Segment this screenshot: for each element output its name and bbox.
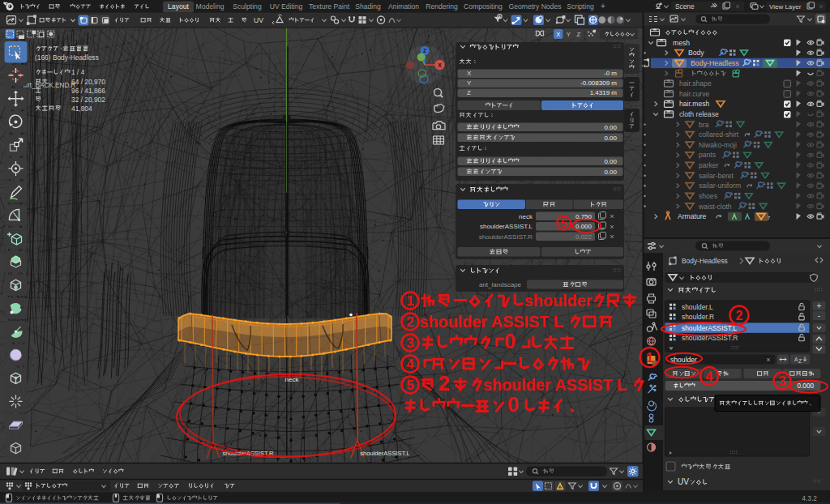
svg-text:shoulderASSIST.L: shoulderASSIST.L (682, 324, 737, 332)
svg-text:(166) Body-Headless: (166) Body-Headless (35, 53, 99, 62)
svg-text:UV: UV (254, 16, 263, 24)
svg-text:pants: pants (699, 151, 716, 159)
svg-text:ant_landscape: ant_landscape (479, 281, 522, 288)
svg-text:1 / 4: 1 / 4 (71, 68, 85, 76)
svg-text:hair.mesh: hair.mesh (679, 100, 709, 108)
svg-text:X: X (556, 31, 560, 38)
svg-text:×: × (610, 212, 614, 220)
svg-text:4.3.2: 4.3.2 (802, 494, 817, 502)
svg-text:-0.008309 m: -0.008309 m (580, 79, 617, 87)
svg-text:-0 m: -0 m (604, 70, 617, 77)
svg-text:+: + (817, 301, 822, 310)
svg-text:Layout: Layout (168, 2, 189, 11)
svg-text:Scene: Scene (675, 2, 695, 11)
svg-text:Modeling: Modeling (196, 2, 225, 11)
svg-text:Z: Z (798, 358, 802, 364)
svg-text:2: 2 (736, 309, 743, 322)
svg-text:Animation: Animation (388, 2, 419, 11)
svg-text:shoulderASSIST.R: shoulderASSIST.R (479, 233, 533, 241)
svg-text:Z: Z (423, 48, 426, 53)
svg-text:Z: Z (467, 89, 471, 96)
svg-text:sailar-uniform: sailar-uniform (699, 182, 741, 190)
svg-text:shoulder: shoulder (524, 292, 593, 310)
svg-text:mesh: mesh (673, 39, 690, 47)
svg-text:shoulderASSIST.L: shoulderASSIST.L (360, 450, 410, 457)
svg-text:collared-shirt: collared-shirt (699, 130, 739, 139)
svg-text:shoulderASSIST.L: shoulderASSIST.L (480, 223, 533, 230)
svg-text:0.000: 0.000 (798, 382, 815, 390)
svg-text:Texture Paint: Texture Paint (309, 2, 350, 11)
svg-text:×: × (610, 233, 614, 241)
svg-text:shoulder: shoulder (670, 356, 697, 364)
svg-text:X: X (467, 70, 472, 77)
svg-text:neck: neck (519, 213, 533, 220)
svg-text:View Layer: View Layer (769, 3, 802, 11)
svg-text:64 / 20,970: 64 / 20,970 (71, 78, 105, 86)
svg-text:0.00: 0.00 (604, 135, 617, 142)
svg-text:×: × (766, 356, 770, 364)
svg-text:sailar-beret: sailar-beret (699, 172, 734, 180)
svg-text:4: 4 (406, 357, 414, 372)
svg-text:Y: Y (567, 31, 571, 38)
svg-text:0: 0 (504, 330, 516, 352)
svg-text:shoulder ASSIST L: shoulder ASSIST L (483, 376, 627, 394)
svg-text:shoes: shoes (699, 192, 717, 200)
svg-text:×: × (736, 2, 740, 11)
svg-text:1: 1 (406, 293, 413, 309)
svg-text:kirt_BACK.END.R: kirt_BACK.END.R (23, 82, 76, 89)
svg-text:0.000: 0.000 (575, 223, 593, 230)
svg-text:Y: Y (467, 79, 472, 87)
svg-text:bra: bra (699, 121, 709, 129)
svg-text:cloth release: cloth release (679, 110, 719, 118)
svg-text:2: 2 (406, 314, 413, 330)
svg-text:1.4319 m: 1.4319 m (590, 89, 618, 96)
svg-text:Geometry Nodes: Geometry Nodes (509, 2, 562, 11)
svg-text:+: + (601, 2, 605, 11)
svg-text:Shading: Shading (355, 2, 381, 11)
svg-text:0.00: 0.00 (604, 158, 617, 165)
svg-text:×: × (819, 2, 824, 11)
svg-text:3: 3 (779, 374, 786, 388)
svg-text:UV: UV (678, 477, 689, 486)
svg-text:X: X (438, 62, 442, 68)
svg-text:Armature: Armature (678, 212, 707, 220)
svg-text:Body-Headless: Body-Headless (691, 59, 739, 67)
svg-text:32 / 20,902: 32 / 20,902 (71, 96, 105, 104)
svg-text:0.00: 0.00 (604, 124, 617, 131)
svg-text:4: 4 (706, 369, 713, 383)
svg-text:Niwako-moji: Niwako-moji (699, 141, 737, 149)
svg-text:Compositing: Compositing (464, 2, 503, 11)
svg-text:7: 7 (768, 216, 770, 220)
svg-text:hair.curve: hair.curve (679, 90, 709, 98)
svg-text:shoulder.R: shoulder.R (682, 313, 714, 321)
svg-text:5: 5 (561, 217, 567, 229)
svg-text:0: 0 (507, 393, 519, 416)
svg-text:Sculpting: Sculpting (233, 2, 262, 11)
svg-text:Scripting: Scripting (567, 2, 594, 11)
svg-text:shoulder ASSIST L: shoulder ASSIST L (420, 313, 563, 331)
svg-text:waist-cloth: waist-cloth (698, 203, 732, 211)
svg-text:-: - (818, 311, 820, 320)
svg-text:shoulder.L: shoulder.L (682, 303, 713, 311)
svg-text:hair.shape: hair.shape (679, 79, 712, 88)
svg-text:5: 5 (406, 378, 413, 393)
svg-text:1: 1 (646, 350, 653, 365)
svg-text:parker: parker (699, 161, 718, 169)
svg-text:2: 2 (439, 372, 450, 395)
svg-text:96 / 41,866: 96 / 41,866 (71, 87, 105, 95)
svg-text:×: × (610, 223, 614, 231)
svg-text:Z: Z (576, 31, 580, 38)
svg-text:Body-Headless: Body-Headless (682, 257, 728, 265)
svg-text:0.022: 0.022 (575, 233, 593, 241)
svg-text:Rendering: Rendering (426, 2, 458, 11)
svg-text:3: 3 (406, 335, 413, 351)
svg-text:0.00: 0.00 (604, 169, 617, 176)
svg-text:Body: Body (688, 49, 704, 57)
svg-text:41,804: 41,804 (71, 105, 92, 113)
svg-text:UV Editing: UV Editing (270, 2, 303, 11)
